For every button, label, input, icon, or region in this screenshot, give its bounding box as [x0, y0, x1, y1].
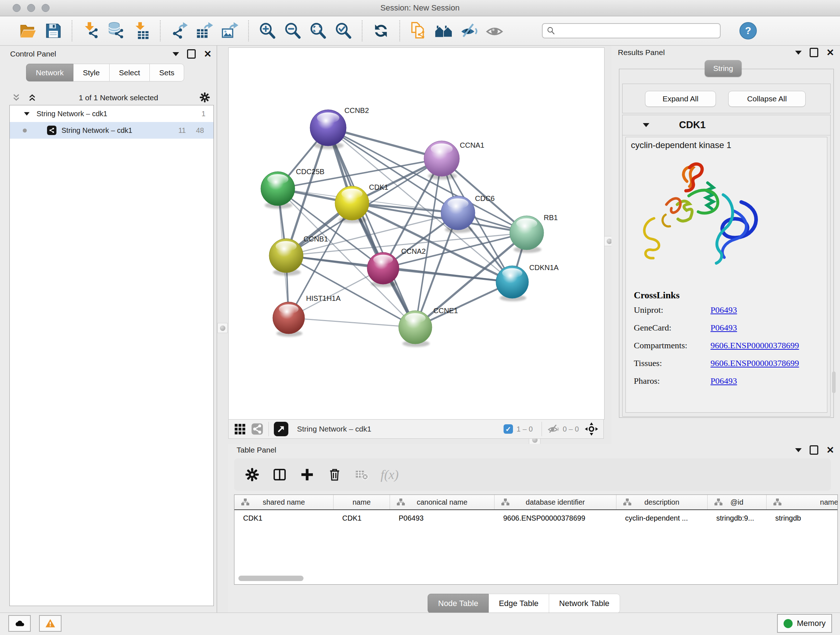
panel-menu-icon[interactable] [172, 52, 179, 56]
tree-expander-icon[interactable] [24, 112, 29, 115]
tab-node-table[interactable]: Node Table [428, 594, 489, 613]
column-header-shared-name[interactable]: shared name [234, 495, 333, 509]
node-CCNA1[interactable] [424, 141, 459, 180]
crosslink-link[interactable]: P06493 [711, 305, 737, 315]
export-table-icon[interactable] [194, 20, 215, 41]
tab-string[interactable]: String [705, 60, 742, 77]
crosslink-link[interactable]: P06493 [711, 323, 737, 333]
edge-CCNA2-CDKN1A[interactable] [383, 268, 512, 282]
table-close-icon[interactable]: ✕ [826, 447, 834, 454]
memory-button[interactable]: Memory [777, 614, 832, 633]
table-cell[interactable]: CDK1 [234, 514, 333, 523]
table-hscrollbar[interactable] [236, 576, 835, 581]
grid-view-icon[interactable] [234, 423, 246, 435]
network-options-gear-icon[interactable] [199, 92, 211, 103]
table-row[interactable]: CDK1CDK1P064939606.ENSP00000378699cyclin… [234, 510, 837, 526]
add-column-icon[interactable] [297, 464, 317, 485]
column-header-description[interactable]: description [616, 495, 707, 509]
column-header-name[interactable]: name [333, 495, 390, 509]
search-input[interactable] [559, 27, 720, 35]
column-header-namespace[interactable]: namespace [767, 495, 838, 509]
help-button[interactable]: ? [739, 22, 757, 40]
node-CCNB1[interactable] [269, 239, 303, 276]
edge-HIST1H1A-CCNE1[interactable] [289, 318, 415, 327]
network-row[interactable]: String Network – cdk1 11 48 [10, 122, 213, 139]
node-CCNE1[interactable] [399, 310, 432, 347]
network-canvas[interactable]: CCNB2 CCNA1 CDC25B CDK1 CDC6 RB1 CCNB1 [228, 48, 605, 420]
results-float-icon[interactable] [810, 48, 818, 57]
node-table[interactable]: shared namenamecanonical namedatabase id… [234, 494, 838, 585]
tab-network[interactable]: Network [26, 64, 73, 81]
tab-edge-table[interactable]: Edge Table [489, 594, 549, 613]
expand-all-icon[interactable] [27, 92, 38, 103]
gene-section-header[interactable]: CDK1 [622, 115, 830, 135]
zoom-selected-icon[interactable] [333, 20, 354, 41]
fit-content-crosshair-icon[interactable] [584, 422, 598, 436]
save-session-icon[interactable] [43, 20, 64, 41]
refresh-layout-icon[interactable] [370, 20, 392, 41]
open-file-icon[interactable] [17, 20, 38, 41]
results-scrollbar[interactable] [832, 371, 836, 393]
node-CCNA2[interactable] [367, 252, 399, 287]
node-CDKN1A[interactable] [496, 266, 529, 301]
results-close-icon[interactable]: ✕ [826, 49, 834, 56]
import-table-file-icon[interactable] [131, 20, 152, 41]
table-options-gear-icon[interactable] [242, 464, 262, 485]
hidden-elements-icon[interactable] [547, 423, 559, 435]
panel-float-icon[interactable] [187, 49, 196, 59]
collapse-all-button[interactable]: Collapse All [728, 91, 806, 107]
node-HIST1H1A[interactable] [273, 302, 305, 337]
network-view-toolbar: String Network – cdk1 ✓ 1 – 0 0 – 0 [228, 419, 604, 439]
tab-select[interactable]: Select [110, 64, 150, 81]
crosslink-link[interactable]: 9606.ENSP00000378699 [711, 358, 799, 368]
node-label-CDC6: CDC6 [475, 195, 494, 203]
crosslink-link[interactable]: 9606.ENSP00000378699 [711, 340, 799, 350]
collapse-all-icon[interactable] [11, 92, 22, 103]
open-in-app-icon[interactable] [274, 422, 288, 436]
import-network-file-icon[interactable] [80, 20, 101, 41]
table-cell[interactable]: cyclin-dependent ... [616, 514, 707, 523]
tab-style[interactable]: Style [73, 64, 110, 81]
window-zoom-light[interactable] [42, 4, 50, 12]
export-image-icon[interactable] [219, 20, 240, 41]
warning-status-button[interactable] [39, 615, 62, 632]
gene-expander-icon[interactable] [643, 123, 649, 127]
cloud-status-button[interactable] [8, 615, 31, 632]
tab-network-table[interactable]: Network Table [549, 594, 620, 613]
node-CDC25B[interactable] [261, 172, 295, 209]
selected-nodes-checkbox[interactable]: ✓ [504, 424, 513, 434]
panel-close-icon[interactable]: ✕ [204, 50, 212, 57]
table-cell[interactable]: 9606.ENSP00000378699 [494, 514, 616, 523]
copy-network-icon[interactable] [408, 20, 429, 41]
search-box[interactable] [542, 23, 721, 38]
table-cell[interactable]: stringdb:9... [707, 514, 767, 523]
crosslink-link[interactable]: P06493 [711, 376, 737, 386]
column-header-canonical-name[interactable]: canonical name [390, 495, 494, 509]
zoom-out-icon[interactable] [282, 20, 303, 41]
window-close-light[interactable] [13, 4, 21, 12]
birds-eye-share-icon[interactable] [251, 423, 264, 435]
table-cell[interactable]: stringdb [767, 514, 838, 523]
table-float-icon[interactable] [810, 445, 818, 455]
results-menu-icon[interactable] [795, 51, 802, 55]
expand-all-button[interactable]: Expand All [645, 91, 716, 107]
window-minimize-light[interactable] [27, 4, 35, 12]
column-header-database-identifier[interactable]: database identifier [494, 495, 616, 509]
network-collection-row[interactable]: String Network – cdk1 1 [10, 105, 213, 122]
show-graphics-details-icon[interactable] [484, 20, 505, 41]
zoom-fit-icon[interactable] [308, 20, 328, 41]
table-cell[interactable]: P06493 [390, 514, 494, 523]
show-columns-icon[interactable] [270, 464, 290, 485]
import-network-database-icon[interactable] [106, 20, 126, 41]
hide-graphics-details-icon[interactable] [459, 20, 480, 41]
table-cell[interactable]: CDK1 [333, 514, 390, 523]
tab-sets[interactable]: Sets [150, 64, 184, 81]
home-icon[interactable] [433, 20, 454, 41]
export-network-icon[interactable] [169, 20, 189, 41]
column-header--id[interactable]: @id [707, 495, 767, 509]
left-splitter-handle[interactable] [218, 323, 227, 333]
zoom-in-icon[interactable] [257, 20, 278, 41]
hscrollbar-thumb[interactable] [238, 576, 303, 581]
table-menu-icon[interactable] [795, 448, 802, 452]
delete-column-trash-icon[interactable] [325, 464, 345, 485]
